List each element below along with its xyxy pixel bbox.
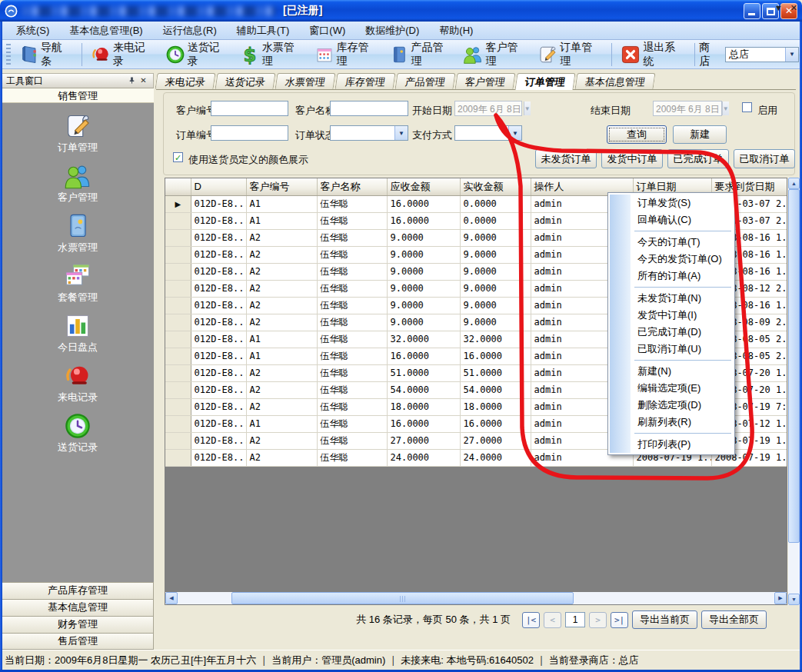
first-page-button[interactable]: |< [522,612,540,628]
row-selector-cell[interactable] [165,314,191,331]
tab-close-button[interactable]: ✕ [790,3,797,13]
last-page-button[interactable]: >| [611,612,628,628]
horizontal-scroll-thumb[interactable] [231,592,574,604]
context-menu-item[interactable]: 已完成订单(D) [610,324,733,341]
toolbar-button-exit[interactable]: 退出系统 [616,39,691,70]
toolbar-button-calls[interactable]: 来电记录 [86,39,161,70]
pin-button[interactable] [126,75,138,87]
status-filter-button[interactable]: 发货中订单 [601,149,663,168]
toolbar-button-delivery[interactable]: 送货记录 [161,39,235,70]
order-status-select[interactable]: ▼ [330,125,408,141]
context-menu-item[interactable]: 刷新列表(R) [610,414,733,431]
toolbar-button-inventory[interactable]: 库存管理 [310,39,384,70]
new-button[interactable]: 新建 [673,125,727,144]
toolbar-button-products[interactable]: 产品管理 [384,39,459,70]
row-selector-cell[interactable] [165,297,191,314]
menubar-item[interactable]: 运行信息(R) [153,22,227,39]
toolbar-grip[interactable] [6,44,11,65]
row-selector-cell[interactable] [165,280,191,297]
vertical-scrollbar[interactable]: ▲ ▼ [788,178,800,605]
header-id[interactable]: D [191,178,246,195]
horizontal-scrollbar[interactable]: ◀ ▶ [165,592,787,604]
context-menu-item[interactable]: 新建(N) [610,363,733,380]
context-menu-item[interactable]: 未发货订单(N) [610,290,733,307]
header-customer-name[interactable]: 客户名称 [317,178,387,195]
row-selector-cell[interactable] [165,263,191,280]
scroll-down-icon[interactable]: ▼ [788,594,800,605]
tab[interactable]: 水票管理 [275,73,336,89]
header-receivable[interactable]: 应收金额 [387,178,460,195]
menubar-item[interactable]: 帮助(H) [429,22,483,39]
toolbar-button-tickets[interactable]: $ 水票管理 [235,39,310,70]
vertical-scroll-thumb[interactable] [788,189,800,543]
prev-page-button[interactable]: < [544,612,561,628]
row-selector-cell[interactable] [165,229,191,246]
sidebar-item-tickets[interactable]: 水票管理 [2,203,154,253]
sidebar-group-basic-info[interactable]: 基本信息管理 [2,599,154,616]
menubar-item[interactable]: 数据维护(D) [355,22,429,39]
context-menu-item[interactable]: 今天的发货订单(O) [610,251,733,268]
sidebar-item-calls[interactable]: 来电记录 [2,353,154,403]
page-number-input[interactable] [565,612,585,627]
sidebar-section-header[interactable]: 销售管理 [2,88,154,103]
export-all-pages-button[interactable]: 导出全部页 [701,610,767,629]
export-current-page-button[interactable]: 导出当前页 [632,610,697,629]
status-filter-button[interactable]: 已取消订单 [734,149,795,168]
sidebar-item-combos[interactable]: 套餐管理 [2,253,154,303]
next-page-button[interactable]: > [589,612,607,628]
row-selector-cell[interactable] [165,415,191,432]
menubar-item[interactable]: 系统(S) [6,22,59,39]
sidebar-item-delivery[interactable]: 送货记录 [2,403,154,453]
row-selector-cell[interactable] [165,398,191,415]
row-selector-cell[interactable] [165,449,191,466]
context-menu-item[interactable]: 订单发货(S) [610,195,733,211]
row-selector-cell[interactable] [165,432,191,449]
end-date-picker[interactable]: 2009年 6月 8日 ▼ [653,101,722,116]
query-button[interactable]: 查询 [607,125,667,144]
tab[interactable]: 客户管理 [455,73,516,89]
row-selector-cell[interactable] [165,246,191,263]
scroll-left-icon[interactable]: ◀ [165,592,178,604]
tab[interactable]: 来电记录 [155,73,216,89]
status-filter-button[interactable]: 未发货订单 [535,149,597,168]
context-menu-item[interactable]: 编辑选定项(E) [610,380,733,397]
context-menu-item[interactable]: 删除选定项(D) [610,397,733,414]
row-selector-cell[interactable] [165,212,191,229]
row-selector-cell[interactable] [165,364,191,381]
context-menu-item[interactable]: 已取消订单(U) [610,341,733,358]
start-date-picker[interactable]: 2009年 6月 8日 ▼ [454,101,522,116]
status-filter-button[interactable]: 已完成订单 [667,149,729,168]
shop-select[interactable]: 总店 ▼ [725,47,799,62]
pay-method-select[interactable]: ▼ [454,125,522,141]
context-menu-item[interactable]: 发货中订单(I) [610,307,733,324]
sidebar-item-customers[interactable]: 客户管理 [2,153,154,203]
tab[interactable]: 产品管理 [395,73,456,89]
color-checkbox[interactable]: ✓ [173,152,183,162]
header-customer-no[interactable]: 客户编号 [246,178,317,195]
context-menu-item[interactable]: 所有的订单(A) [610,268,733,284]
toolbar-button-customers[interactable]: 客户管理 [458,39,533,70]
sidebar-item-stocktake[interactable]: 今日盘点 [2,303,154,353]
sidebar-item-orders[interactable]: 订单管理 [2,103,154,153]
scroll-right-icon[interactable]: ▶ [774,592,787,604]
row-selector-cell[interactable]: ▶ [165,195,191,212]
tab[interactable]: 库存管理 [335,73,396,89]
sidebar-group-after-sales[interactable]: 售后管理 [2,633,154,650]
menubar-item[interactable]: 窗口(W) [299,22,355,39]
sidebar-group-product-inventory[interactable]: 产品库存管理 [2,582,154,599]
sidebar-group-finance[interactable]: 财务管理 [2,616,154,633]
context-menu-item[interactable]: 回单确认(C) [610,211,733,228]
customer-no-input[interactable] [211,101,288,116]
row-selector-cell[interactable] [165,381,191,398]
row-selector-cell[interactable] [165,331,191,348]
row-selector-cell[interactable] [165,348,191,364]
tab[interactable]: 基本信息管理 [575,73,656,89]
context-menu-item[interactable]: 今天的订单(T) [610,234,733,251]
order-no-input[interactable] [211,125,288,141]
sidebar-close-button[interactable]: ✕ [138,75,149,87]
scroll-up-icon[interactable]: ▲ [788,178,800,189]
context-menu-item[interactable]: 打印列表(P) [610,436,733,453]
menubar-item[interactable]: 辅助工具(T) [227,22,300,39]
header-received[interactable]: 实收金额 [460,178,531,195]
enable-checkbox[interactable] [742,102,752,112]
